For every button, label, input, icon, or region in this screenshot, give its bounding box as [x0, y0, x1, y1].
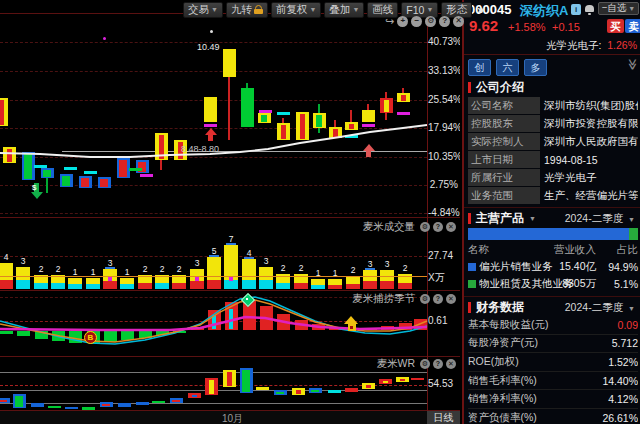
volume-bar-base	[311, 285, 325, 289]
financials-section-header: 财务数据	[468, 300, 524, 314]
stock-info-panel: 000045 深纺织A i −自选 ▼ 9.62 +1.58% +0.15 买 …	[462, 0, 640, 424]
concept-tag-多[interactable]: 多	[524, 59, 547, 76]
volume-bar-base	[138, 283, 152, 289]
products-period-selector[interactable]: 2024-二季度 ▼	[565, 212, 635, 226]
product-row: 物业租赁及其他业务8305万5.1%	[468, 275, 638, 292]
concept-tag-六[interactable]: 六	[496, 59, 519, 76]
concept-tags: 创六多	[468, 59, 547, 75]
volume-mark	[108, 277, 112, 281]
volume-bar-base	[16, 280, 30, 289]
volume-bar-base	[120, 284, 134, 289]
fishing-bar-stripe	[229, 309, 233, 329]
collapse-chevron-icon[interactable]: ≫	[626, 59, 639, 71]
y-axis-tick: 10.35%	[428, 151, 458, 162]
volume-mark	[195, 277, 199, 281]
volume-bar-base	[346, 284, 360, 289]
candle-fill	[401, 95, 406, 101]
candle-body	[223, 49, 236, 77]
toolbar-more-chevron[interactable]: »	[477, 3, 484, 17]
close-icon[interactable]: ✕	[446, 222, 456, 232]
grid-line	[0, 213, 427, 214]
company-info-row: 控股股东深圳市投资控股有限公...	[468, 115, 638, 132]
toolbar-button-叠加[interactable]: 叠加▼	[324, 2, 364, 18]
fishing-bar-red	[191, 328, 204, 330]
info-badge-icon[interactable]: i	[571, 4, 581, 15]
sector-row[interactable]: 光学光电子: 1.26%	[464, 36, 640, 55]
volume-bar-base	[155, 283, 169, 289]
stock-name[interactable]: 深纺织A	[520, 2, 568, 20]
product-share: 94.9%	[608, 261, 638, 273]
volume-count-label: 2	[154, 264, 170, 274]
fishing-bar-red	[295, 320, 308, 330]
volume-count-label: 1	[85, 267, 101, 277]
undo-icon[interactable]: ↪	[385, 16, 394, 27]
volume-ma-line	[0, 276, 427, 277]
toolbar-button-九转[interactable]: 九转	[226, 2, 268, 18]
close-icon[interactable]: ✕	[446, 294, 456, 304]
gear-icon[interactable]: ⚙	[420, 222, 430, 232]
gear-icon[interactable]: ⚙	[420, 294, 430, 304]
products-section-title[interactable]: 主营产品	[476, 210, 524, 227]
concept-tag-创[interactable]: 创	[468, 59, 491, 76]
fishing-bar-red	[277, 314, 290, 330]
volume-count-label: 3	[258, 256, 274, 266]
company-field-value: 1994-08-15	[540, 154, 638, 166]
financials-table: 基本每股收益(元)0.09每股净资产(元)5.712ROE(加权)1.52%销售…	[468, 316, 638, 424]
volume-bar-base	[34, 283, 48, 289]
gear-icon[interactable]: ⚙	[425, 16, 436, 27]
caret-down-icon: ▼	[352, 6, 359, 13]
volume-count-label: 4	[241, 248, 257, 258]
fishing-bar-green	[156, 331, 169, 335]
gear-icon[interactable]: ⚙	[420, 359, 430, 369]
indicator-dash	[259, 110, 272, 113]
financial-value: 0.09	[618, 319, 638, 331]
buy-button[interactable]: 买	[607, 19, 624, 33]
toolbar-button-交易[interactable]: 交易▼	[183, 2, 223, 18]
b-signal-icon: B	[84, 331, 97, 344]
yellow-signal-arrow-icon	[344, 316, 358, 324]
caret-down-icon: ▼	[426, 6, 433, 13]
fishing-bar-red	[364, 328, 377, 330]
financial-row: 销售净利率(%)4.12%	[468, 390, 638, 409]
volume-count-label: 2	[397, 263, 413, 273]
timeframe-selector[interactable]: 日线	[427, 411, 460, 424]
section-accent-bar	[468, 213, 471, 224]
company-field-value: 生产、经营偏光片等光...	[540, 189, 638, 203]
close-icon[interactable]: ✕	[453, 16, 464, 27]
financial-value: 4.12%	[608, 393, 638, 405]
volume-count-label: 2	[293, 263, 309, 273]
minus-icon[interactable]: −	[411, 16, 422, 27]
change-percent: +1.58%	[508, 21, 546, 33]
y-axis-tick: 17.94%	[428, 122, 458, 133]
company-field-value: 深圳市纺织(集团)股份有...	[540, 99, 638, 113]
volume-count-label: 1	[67, 267, 83, 277]
volume-count-label: 1	[119, 267, 135, 277]
help-icon[interactable]: ?	[439, 16, 450, 27]
help-icon[interactable]: ?	[433, 359, 443, 369]
volume-bar-base	[0, 280, 13, 289]
volume-count-label: 2	[137, 264, 153, 274]
revenue-stacked-bar	[468, 228, 638, 240]
bell-icon[interactable]	[585, 5, 594, 14]
fishing-bar-green	[69, 331, 82, 343]
buy-signal-arrow-icon	[363, 144, 375, 151]
marker-dot	[103, 37, 106, 40]
peak-diamond-dot	[246, 298, 248, 300]
candle-fill	[15, 396, 23, 407]
products-table: 偏光片销售业务15.40亿94.9%物业租赁及其他业务8305万5.1%	[468, 258, 638, 292]
financials-period-selector[interactable]: 2024-二季度 ▼	[565, 301, 635, 315]
section-accent-bar	[468, 82, 471, 93]
toolbar-button-前复权[interactable]: 前复权▼	[271, 2, 321, 18]
help-icon[interactable]: ?	[433, 294, 443, 304]
volume-bar-base	[276, 283, 290, 289]
indicator-dash	[345, 135, 358, 138]
watchlist-button[interactable]: −自选 ▼	[598, 2, 639, 15]
change-amount: +0.15	[552, 21, 580, 33]
plus-icon[interactable]: +	[397, 16, 408, 27]
fishing-pane-title: 麦米捕捞季节	[352, 292, 415, 306]
company-info-row: 业务范围生产、经营偏光片等光...	[468, 187, 638, 204]
close-icon[interactable]: ✕	[446, 359, 456, 369]
volume-bar-base	[363, 281, 377, 289]
sell-button[interactable]: 卖	[625, 19, 640, 33]
help-icon[interactable]: ?	[433, 222, 443, 232]
